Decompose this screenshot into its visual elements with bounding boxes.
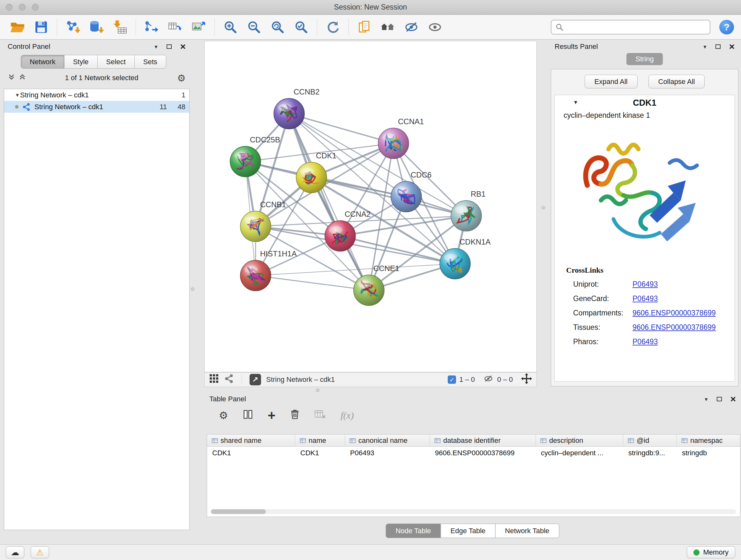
import-database-button[interactable] <box>86 17 107 37</box>
table-horizontal-scrollbar[interactable] <box>211 509 736 514</box>
window-close-button[interactable] <box>6 4 12 10</box>
refresh-button[interactable] <box>322 17 343 37</box>
panel-float-icon[interactable] <box>717 397 722 401</box>
network-edge-CCNB2-CCNA1[interactable] <box>289 114 394 143</box>
network-view[interactable]: CCNB2CCNA1CDC25BCDK1CDC6RB1CCNB1CCNA2CDK… <box>204 41 537 372</box>
export-image-button[interactable] <box>188 17 209 37</box>
table-row[interactable]: CDK1CDK1P064939606.ENSP00000378699cyclin… <box>207 447 740 459</box>
warnings-button[interactable]: ⚠ <box>30 546 49 558</box>
tab-network[interactable]: Network <box>21 55 64 69</box>
crosslink-value[interactable]: P06493 <box>632 277 658 292</box>
column-header-shared-name[interactable]: shared name <box>207 435 295 446</box>
gear-icon[interactable]: ⚙ <box>177 72 186 84</box>
network-edge-CDK1-RB1[interactable] <box>312 178 466 216</box>
collapse-section-icon[interactable]: ▼ <box>573 100 578 105</box>
birdseye-icon[interactable] <box>209 374 219 386</box>
column-header-canonical-name[interactable]: canonical name <box>345 435 430 446</box>
panel-close-icon[interactable]: × <box>730 396 736 402</box>
network-from-table-button[interactable] <box>165 17 186 37</box>
zoom-in-button[interactable] <box>220 17 241 37</box>
tree-row[interactable]: String Network – cdk11148 <box>4 101 189 113</box>
network-node-CCNB1[interactable]: CCNB1 <box>240 200 286 242</box>
zoom-fit-button[interactable] <box>267 17 288 37</box>
hide-details-button[interactable] <box>401 17 422 37</box>
network-edge-CCNB2-CCNE1[interactable] <box>289 114 369 290</box>
network-node-CCNB2[interactable]: CCNB2 <box>274 87 320 129</box>
crosslink-value[interactable]: P06493 <box>632 292 658 306</box>
search-box[interactable] <box>551 20 711 35</box>
network-node-CDK1[interactable]: CDK1 <box>296 151 336 193</box>
network-graph[interactable]: CCNB2CCNA1CDC25BCDK1CDC6RB1CCNB1CCNA2CDK… <box>205 41 536 372</box>
tree-expander-icon[interactable]: ▼ <box>8 92 16 98</box>
tab-sets[interactable]: Sets <box>134 55 166 69</box>
add-column-icon[interactable]: + <box>268 411 276 420</box>
tab-node-table[interactable]: Node Table <box>386 523 441 538</box>
panel-menu-icon[interactable]: ▼ <box>704 396 709 402</box>
table-settings-gear-icon[interactable]: ⚙ <box>219 409 228 422</box>
column-header-namespac[interactable]: namespac <box>677 435 740 446</box>
zoom-out-button[interactable] <box>244 17 265 37</box>
network-node-RB1[interactable]: RB1 <box>451 190 486 231</box>
zoom-selected-button[interactable] <box>291 17 312 37</box>
crosslink-value[interactable]: 9606.ENSP00000378699 <box>632 320 716 334</box>
network-edge-CCNE1-HIST1H1A[interactable] <box>256 275 369 290</box>
string-share-icon[interactable] <box>224 374 234 385</box>
network-node-CCNA1[interactable]: CCNA1 <box>378 117 424 159</box>
column-header-@id[interactable]: @id <box>623 435 677 446</box>
network-node-CDKN1A[interactable]: CDKN1A <box>440 238 490 279</box>
tab-string[interactable]: String <box>626 53 663 65</box>
collapse-all-button[interactable]: Collapse All <box>649 75 705 88</box>
help-button[interactable]: ? <box>719 20 734 35</box>
column-header-description[interactable]: description <box>536 435 623 446</box>
open-session-button[interactable] <box>7 17 28 37</box>
crosslink-value[interactable]: P06493 <box>632 334 658 349</box>
panel-menu-icon[interactable]: ▼ <box>154 44 158 50</box>
tab-style[interactable]: Style <box>64 55 98 69</box>
protein-structure-image <box>576 125 713 260</box>
toolbar-separator <box>348 18 349 36</box>
panel-float-icon[interactable] <box>716 44 721 49</box>
node-label-CDC6: CDC6 <box>411 171 431 179</box>
panel-float-icon[interactable] <box>166 44 172 49</box>
tab-network-table[interactable]: Network Table <box>495 523 559 538</box>
collapse-all-tree-icon[interactable] <box>18 73 26 83</box>
save-session-button[interactable] <box>30 17 52 37</box>
vertical-splitter-grip[interactable] <box>191 287 194 291</box>
column-header-name[interactable]: name <box>295 435 345 446</box>
expand-all-button[interactable]: Expand All <box>585 75 637 88</box>
column-header-database-identifier[interactable]: database identifier <box>430 435 536 446</box>
memory-button[interactable]: Memory <box>687 546 735 558</box>
selected-checkbox-icon[interactable]: ✓ <box>448 375 456 384</box>
open-in-string-button[interactable]: ↗ <box>250 374 261 385</box>
show-columns-icon[interactable] <box>242 409 254 422</box>
table-cell: P06493 <box>345 449 430 457</box>
move-crosshair-icon[interactable] <box>521 373 532 386</box>
import-network-button[interactable] <box>62 17 83 37</box>
scrollbar-thumb[interactable] <box>211 509 266 514</box>
search-input[interactable] <box>567 23 706 31</box>
panel-close-icon[interactable]: × <box>180 44 186 50</box>
node-table: shared namenamecanonical namedatabase id… <box>207 434 740 517</box>
network-node-HIST1H1A[interactable]: HIST1H1A <box>240 249 297 291</box>
tab-edge-table[interactable]: Edge Table <box>441 523 495 538</box>
hidden-eye-slash-icon[interactable] <box>483 374 494 385</box>
panel-menu-icon[interactable]: ▼ <box>703 44 708 50</box>
network-node-CCNE1[interactable]: CCNE1 <box>354 264 399 306</box>
tree-row[interactable]: ▼String Network – cdk11 <box>4 89 189 101</box>
tab-select[interactable]: Select <box>97 55 135 69</box>
cloud-status-button[interactable]: ☁ <box>6 546 24 558</box>
clipboard-button[interactable] <box>354 17 375 37</box>
window-zoom-button[interactable] <box>32 4 39 10</box>
merge-networks-button[interactable] <box>141 17 162 37</box>
graphics-details-button[interactable] <box>378 17 399 37</box>
horizontal-splitter-grip[interactable] <box>316 388 320 392</box>
vertical-splitter-grip[interactable] <box>542 206 545 209</box>
delete-column-trash-icon[interactable] <box>289 409 300 422</box>
import-table-button[interactable] <box>110 17 131 37</box>
expand-all-tree-icon[interactable] <box>8 73 15 83</box>
crosslink-value[interactable]: 9606.ENSP00000378699 <box>632 306 716 320</box>
show-details-button[interactable] <box>425 17 446 37</box>
panel-close-icon[interactable]: × <box>729 44 735 50</box>
network-tree[interactable]: ▼String Network – cdk11String Network – … <box>4 89 190 530</box>
window-minimize-button[interactable] <box>19 4 25 10</box>
